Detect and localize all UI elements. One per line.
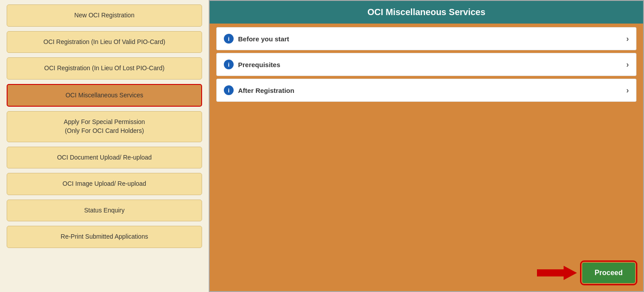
sidebar: New OCI Registration OCI Registration (I… (0, 0, 209, 292)
info-icon-before-you-start: i (224, 34, 234, 44)
accordion-after-registration[interactable]: i After Registration › (216, 79, 636, 102)
arrow-right-icon (537, 264, 577, 282)
chevron-icon-after-registration: › (626, 86, 629, 95)
accordion-left: i After Registration (224, 85, 294, 95)
accordion-label-before-you-start: Before you start (238, 35, 289, 43)
sidebar-item-new-oci[interactable]: New OCI Registration (7, 4, 202, 27)
chevron-icon-before-you-start: › (626, 34, 629, 44)
sidebar-item-oci-pio-valid[interactable]: OCI Registration (In Lieu Of Valid PIO-C… (7, 31, 202, 53)
sidebar-item-oci-misc[interactable]: OCI Miscellaneous Services (7, 84, 202, 107)
info-icon-prerequisites: i (224, 60, 234, 69)
main-panel: OCI Miscellaneous Services i Before you … (209, 0, 644, 292)
accordion-container: i Before you start › i Prerequisites › i… (216, 27, 636, 104)
chevron-icon-prerequisites: › (626, 60, 629, 69)
accordion-before-you-start[interactable]: i Before you start › (216, 27, 636, 50)
main-title: OCI Miscellaneous Services (210, 1, 643, 24)
accordion-left: i Before you start (224, 34, 289, 44)
accordion-label-prerequisites: Prerequisites (238, 61, 280, 68)
sidebar-item-special-permission[interactable]: Apply For Special Permission (Only For O… (7, 111, 202, 142)
accordion-left: i Prerequisites (224, 60, 280, 69)
bottom-bar: Proceed (537, 263, 635, 283)
proceed-button[interactable]: Proceed (582, 263, 635, 283)
sidebar-item-doc-upload[interactable]: OCI Document Upload/ Re-upload (7, 147, 202, 169)
svg-marker-0 (537, 266, 577, 280)
info-icon-after-registration: i (224, 85, 234, 95)
accordion-prerequisites[interactable]: i Prerequisites › (216, 53, 636, 76)
sidebar-item-image-upload[interactable]: OCI Image Upload/ Re-upload (7, 173, 202, 195)
sidebar-item-status-enquiry[interactable]: Status Enquiry (7, 200, 202, 222)
sidebar-item-reprint[interactable]: Re-Print Submitted Applications (7, 226, 202, 248)
accordion-label-after-registration: After Registration (238, 87, 294, 94)
sidebar-item-oci-pio-lost[interactable]: OCI Registration (In Lieu Of Lost PIO-Ca… (7, 57, 202, 80)
